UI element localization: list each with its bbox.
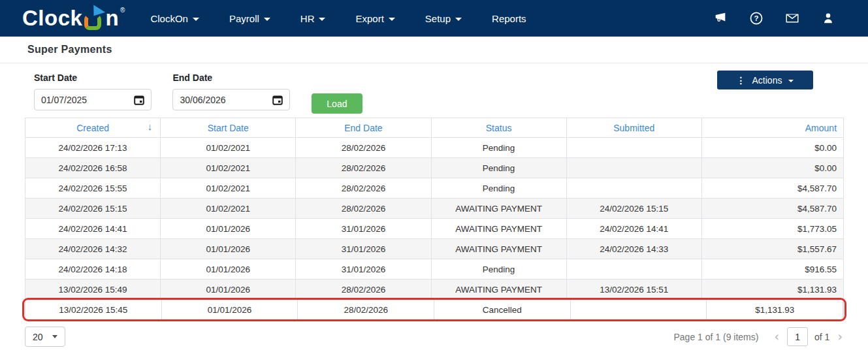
- cell-start-date: 01/02/2021: [161, 158, 296, 178]
- cell-created: 24/02/2026 15:55: [25, 178, 161, 198]
- cell-amount: $0.00: [702, 158, 843, 178]
- next-page-icon[interactable]: ›: [836, 330, 844, 343]
- cell-submitted: [567, 259, 702, 279]
- cell-created: 13/02/2026 15:49: [25, 280, 161, 299]
- cell-created: 24/02/2026 14:32: [25, 239, 161, 259]
- cell-submitted: 24/02/2026 15:15: [567, 199, 702, 218]
- cell-end-date: 31/01/2026: [296, 259, 431, 279]
- column-header-status[interactable]: Status: [432, 118, 567, 137]
- cell-start-date: 01/02/2021: [161, 199, 296, 218]
- table-row[interactable]: 24/02/2026 14:32 01/01/2026 31/01/2026 A…: [25, 239, 843, 259]
- actions-button[interactable]: ⋮ Actions: [717, 71, 813, 89]
- cell-created: 24/02/2026 17:13: [25, 138, 161, 157]
- column-header-end-date[interactable]: End Date: [296, 118, 431, 137]
- pager-summary: Page 1 of 1 (9 items): [673, 332, 758, 342]
- cell-end-date: 28/02/2026: [296, 138, 431, 157]
- menu-reports[interactable]: Reports: [477, 7, 541, 31]
- megaphone-icon[interactable]: [709, 7, 731, 29]
- start-date-input[interactable]: 01/07/2025: [34, 89, 152, 110]
- cell-status: Pending: [432, 138, 567, 157]
- menu-export[interactable]: Export: [340, 7, 410, 31]
- cell-amount: $1,557.67: [702, 239, 843, 259]
- cell-submitted: [567, 178, 702, 198]
- page-number-input[interactable]: [787, 327, 808, 346]
- column-header-submitted[interactable]: Submitted: [567, 118, 702, 137]
- registered-mark: ®: [120, 7, 125, 14]
- menu-setup[interactable]: Setup: [410, 7, 477, 31]
- vertical-dots-icon: ⋮: [737, 76, 746, 85]
- page-title: Super Payments: [27, 44, 112, 56]
- logo-text-clock: Clock: [22, 5, 82, 31]
- cell-end-date: 28/02/2026: [296, 199, 431, 218]
- cell-status: AWAITING PAYMENT: [432, 280, 567, 299]
- chevron-down-icon: [319, 18, 325, 21]
- start-date-label: Start Date: [34, 72, 152, 83]
- end-date-input[interactable]: 30/06/2026: [172, 89, 290, 110]
- logo-o-icon: [84, 12, 104, 30]
- table-body: 24/02/2026 17:13 01/02/2021 28/02/2026 P…: [25, 138, 843, 320]
- chevron-down-icon: [264, 18, 270, 21]
- cell-created: 13/02/2026 15:45: [25, 300, 162, 320]
- logo-text-n: n: [105, 5, 119, 31]
- cell-submitted: 24/02/2026 14:41: [567, 219, 702, 238]
- table-row[interactable]: 24/02/2026 15:15 01/02/2021 28/02/2026 A…: [25, 199, 843, 219]
- page-size-select[interactable]: 20: [25, 327, 65, 347]
- start-date-group: Start Date 01/07/2025: [34, 72, 152, 110]
- chevron-down-icon: [455, 18, 462, 21]
- calendar-icon[interactable]: [272, 95, 283, 105]
- load-button[interactable]: Load: [312, 93, 362, 114]
- column-header-created[interactable]: Created ↓: [25, 118, 161, 137]
- user-icon[interactable]: [817, 7, 839, 29]
- clockon-logo[interactable]: Clock n ®: [22, 5, 125, 31]
- cell-submitted: 13/02/2026 15:51: [567, 280, 702, 299]
- cell-start-date: 01/02/2021: [161, 178, 296, 198]
- chevron-down-icon: [389, 18, 395, 21]
- cell-amount: $4,587.70: [702, 178, 843, 198]
- cell-amount: $1,131.93: [707, 300, 843, 320]
- cell-amount: $4,587.70: [702, 199, 843, 218]
- cell-end-date: 28/02/2026: [296, 178, 431, 198]
- chevron-down-icon: [193, 18, 199, 21]
- menu-hr[interactable]: HR: [285, 7, 341, 31]
- cell-status: AWAITING PAYMENT: [432, 239, 567, 259]
- column-header-start-date[interactable]: Start Date: [161, 118, 296, 137]
- cell-created: 24/02/2026 15:15: [25, 199, 161, 218]
- mail-icon[interactable]: [781, 7, 803, 29]
- cell-amount: $1,773.05: [702, 219, 843, 238]
- cell-created: 24/02/2026 14:18: [25, 259, 161, 279]
- cell-status: Pending: [432, 178, 567, 198]
- table-row[interactable]: 24/02/2026 15:55 01/02/2021 28/02/2026 P…: [25, 178, 843, 199]
- column-header-amount[interactable]: Amount: [702, 118, 843, 137]
- chevron-down-icon: [52, 335, 57, 338]
- calendar-icon[interactable]: [134, 95, 144, 105]
- cell-status: Pending: [432, 158, 567, 178]
- navbar-icons: ?: [709, 7, 868, 29]
- table-header-row: Created ↓ Start Date End Date Status Sub…: [25, 118, 843, 138]
- filter-section: Start Date 01/07/2025 End Date 30/06/202…: [0, 63, 868, 118]
- cell-status: AWAITING PAYMENT: [432, 219, 567, 238]
- cell-end-date: 28/02/2026: [298, 300, 434, 320]
- help-icon[interactable]: ?: [745, 7, 767, 29]
- svg-text:?: ?: [754, 14, 759, 22]
- prev-page-icon[interactable]: ‹: [773, 330, 780, 343]
- cell-status: Cancelled: [434, 300, 571, 320]
- cell-start-date: 01/01/2026: [161, 280, 296, 299]
- pager: Page 1 of 1 (9 items) ‹ of 1 ›: [673, 327, 844, 346]
- table-row[interactable]: 13/02/2026 15:45 01/01/2026 28/02/2026 C…: [25, 300, 843, 320]
- table-row[interactable]: 24/02/2026 14:41 01/01/2026 31/01/2026 A…: [25, 219, 843, 239]
- cell-end-date: 28/02/2026: [296, 280, 431, 299]
- cell-amount: $916.55: [702, 259, 843, 279]
- cell-end-date: 28/02/2026: [296, 158, 431, 178]
- table-row[interactable]: 24/02/2026 14:18 01/01/2026 31/01/2026 P…: [25, 259, 843, 280]
- table-row[interactable]: 13/02/2026 15:49 01/01/2026 28/02/2026 A…: [25, 280, 843, 300]
- menu-payroll[interactable]: Payroll: [214, 7, 285, 31]
- title-bar: Super Payments: [0, 37, 868, 63]
- table-footer: 20 Page 1 of 1 (9 items) ‹ of 1 ›: [25, 327, 844, 347]
- table-row[interactable]: 24/02/2026 17:13 01/02/2021 28/02/2026 P…: [25, 138, 843, 158]
- sort-desc-icon: ↓: [148, 121, 153, 132]
- cell-submitted: [567, 158, 702, 178]
- cell-start-date: 01/01/2026: [162, 300, 298, 320]
- menu-clockon[interactable]: ClockOn: [135, 7, 214, 31]
- cell-start-date: 01/01/2026: [161, 239, 296, 259]
- table-row[interactable]: 24/02/2026 16:58 01/02/2021 28/02/2026 P…: [25, 158, 843, 178]
